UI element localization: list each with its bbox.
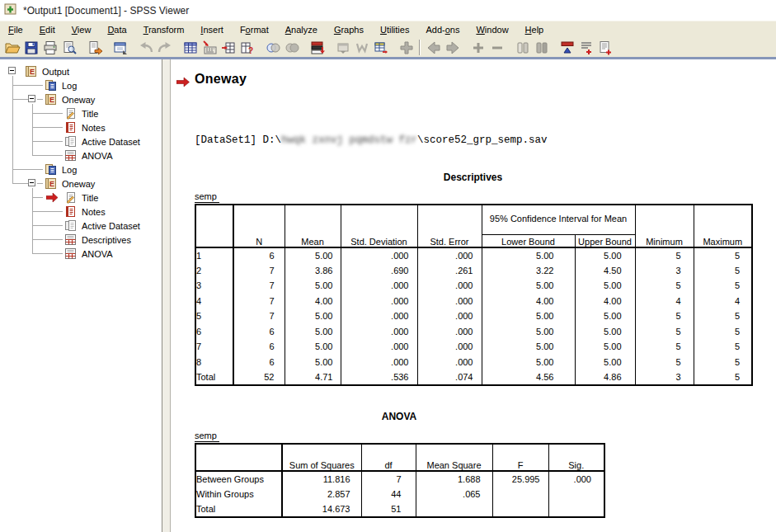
redo-icon (157, 40, 173, 56)
svg-text:?: ? (248, 46, 253, 55)
expand-icon (470, 40, 487, 56)
tree-item-title[interactable]: Title (3, 106, 162, 120)
output-pane[interactable]: Oneway [DataSet1] D:\hwqk zxnvj pqmdstw … (171, 59, 776, 532)
menu-help[interactable]: Help (517, 22, 553, 37)
collapse-icon (489, 40, 506, 56)
tree-expander[interactable] (8, 67, 16, 74)
use-sets-button[interactable] (308, 39, 327, 57)
tree-guide (3, 78, 23, 92)
tree-item-notes[interactable]: Notes (3, 205, 162, 219)
tree-item-label: Log (60, 81, 78, 91)
tree-guide (23, 177, 43, 191)
nav-cross-button[interactable] (397, 39, 416, 57)
redo-button[interactable] (155, 39, 174, 57)
dialog-recall-button[interactable] (111, 39, 129, 57)
goto-table-icon (182, 40, 199, 56)
tree-guide (43, 134, 63, 148)
menu-window[interactable]: Window (468, 22, 516, 37)
tree-expander[interactable] (28, 95, 35, 102)
insert-title-button[interactable] (576, 39, 595, 57)
tree-item-label: Log (60, 165, 78, 175)
pane-splitter[interactable] (162, 59, 171, 532)
prev-arrow-button[interactable] (424, 39, 443, 57)
toolbar: ? (0, 38, 776, 57)
menu-utilities[interactable]: Utilities (372, 22, 417, 37)
tree-guide (3, 92, 23, 106)
title-bar[interactable]: *Output1 [Document1] - SPSS Viewer (0, 0, 776, 21)
collapse-button[interactable] (487, 39, 506, 57)
prev-arrow-icon (426, 40, 442, 56)
goto-table-button[interactable] (181, 39, 200, 57)
tree-guide (43, 233, 63, 247)
goto-case-button[interactable] (219, 39, 238, 57)
output-section-title: Oneway (195, 72, 247, 87)
column-header: Maximum (694, 205, 752, 247)
column-header: Std. Error (417, 205, 482, 247)
menu-insert[interactable]: Insert (192, 22, 232, 37)
menu-format[interactable]: Format (232, 22, 277, 37)
tree-guide (23, 162, 43, 177)
open-button[interactable] (2, 39, 21, 57)
goto-case-icon (220, 40, 237, 56)
tree-item-label: Active Dataset (80, 137, 142, 147)
undo-button[interactable] (136, 39, 155, 57)
oneway-icon: E (45, 93, 57, 106)
tree-item-oneway[interactable]: EOneway (3, 92, 162, 106)
print-icon (42, 40, 59, 56)
table-row: Total14.67351 (195, 501, 604, 517)
tree-item-active-dataset[interactable]: Active Dataset (3, 134, 162, 148)
select-w-icon (354, 40, 370, 56)
tree-item-oneway[interactable]: EOneway (3, 177, 162, 191)
tree-item-log[interactable]: Log (3, 162, 162, 177)
menu-view[interactable]: View (63, 22, 100, 37)
export-button[interactable] (85, 39, 104, 57)
tree-item-active-dataset[interactable]: Active Dataset (3, 219, 162, 233)
notes-icon (64, 121, 77, 134)
descriptives-table[interactable]: NMeanStd. DeviationStd. Error95% Confide… (195, 204, 753, 386)
column-header: Sum of Squares (282, 444, 361, 471)
print-button[interactable] (40, 39, 59, 57)
menu-edit[interactable]: Edit (31, 22, 63, 37)
menu-graphs[interactable]: Graphs (326, 22, 372, 37)
tree-item-anova[interactable]: ANOVA (3, 247, 162, 261)
menu-add-ons[interactable]: Add-ons (417, 22, 468, 37)
select-w-button[interactable] (352, 39, 371, 57)
tree-item-notes[interactable]: Notes (3, 120, 162, 134)
tree-item-label: Oneway (60, 179, 96, 189)
insert-text-button[interactable] (595, 39, 614, 57)
tree-guide (3, 247, 23, 261)
title-icon (64, 191, 77, 204)
anova-table[interactable]: Sum of SquaresdfMean SquareFSig.Between … (195, 443, 605, 518)
variables-button[interactable]: ? (238, 39, 256, 57)
next-arrow-button[interactable] (443, 39, 462, 57)
save-button[interactable] (21, 39, 40, 57)
tree-expander[interactable] (28, 179, 35, 186)
tree-item-log[interactable]: Log (3, 78, 162, 92)
show-outline-button[interactable] (513, 39, 532, 57)
tree-guide (3, 162, 23, 177)
goto-data-button[interactable] (200, 39, 219, 57)
insert-heading-button[interactable] (557, 39, 576, 57)
current-item-arrow-icon (176, 76, 190, 91)
find-circles-button[interactable] (263, 39, 282, 57)
export-icon (87, 40, 103, 56)
menu-analyze[interactable]: Analyze (277, 22, 326, 37)
tree-item-output[interactable]: EOutput (3, 64, 162, 78)
app-icon[interactable] (4, 2, 17, 19)
tree-item-title[interactable]: Title (3, 191, 162, 205)
circles-disabled-button[interactable] (282, 39, 301, 57)
expand-button[interactable] (468, 39, 487, 57)
table-row: 375.00.000.0005.005.0055 (195, 278, 752, 294)
tree-item-anova[interactable]: ANOVA (3, 148, 162, 162)
menu-file[interactable]: File (0, 22, 31, 37)
menu-data[interactable]: Data (99, 22, 134, 37)
print-preview-button[interactable] (59, 39, 78, 57)
menu-transform[interactable]: Transform (135, 22, 193, 37)
tree-guide (43, 205, 63, 219)
data-editor-button[interactable] (371, 39, 390, 57)
hide-outline-button[interactable] (532, 39, 551, 57)
window-down-icon (335, 40, 351, 56)
tree-guide (3, 233, 23, 247)
tree-item-descriptives[interactable]: Descriptives (3, 233, 162, 247)
window-down-button[interactable] (333, 39, 352, 57)
